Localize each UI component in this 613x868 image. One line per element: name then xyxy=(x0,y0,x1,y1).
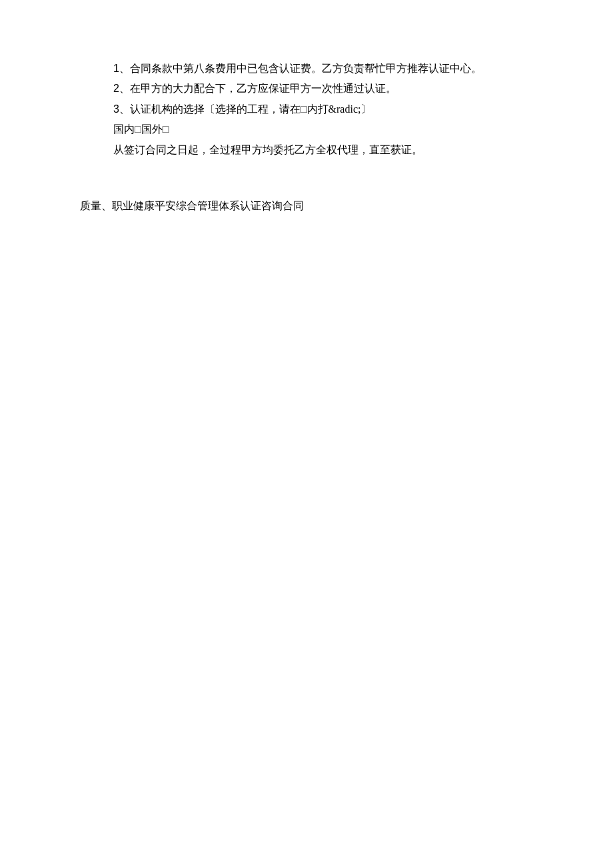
paragraph-1-text: 、合同条款中第八条费用中已包含认证费。乙方负责帮忙甲方推荐认证中心。 xyxy=(119,63,482,74)
paragraph-3-number: 3 xyxy=(113,103,119,115)
paragraph-4-text: 国内□国外□ xyxy=(113,123,169,135)
paragraph-2-text: 、在甲方的大力配合下，乙方应保证甲方一次性通过认证。 xyxy=(119,83,396,94)
footer-title: 质量、职业健康平安综合管理体系认证咨询合同 xyxy=(80,196,560,216)
paragraph-3: 3、认证机构的选择〔选择的工程，请在□内打&radic;〕 xyxy=(80,99,560,119)
paragraph-4: 国内□国外□ xyxy=(80,119,560,139)
paragraph-2-number: 2 xyxy=(113,83,119,94)
paragraph-3-text: 、认证机构的选择〔选择的工程，请在□内打&radic;〕 xyxy=(119,103,372,115)
paragraph-1-number: 1 xyxy=(113,63,119,74)
paragraph-5-text: 从签订合同之日起，全过程甲方均委托乙方全权代理，直至获证。 xyxy=(113,144,422,155)
paragraph-2: 2、在甲方的大力配合下，乙方应保证甲方一次性通过认证。 xyxy=(80,79,560,99)
footer-title-text: 质量、职业健康平安综合管理体系认证咨询合同 xyxy=(80,200,304,211)
paragraph-1: 1、合同条款中第八条费用中已包含认证费。乙方负责帮忙甲方推荐认证中心。 xyxy=(80,59,560,79)
paragraph-5: 从签订合同之日起，全过程甲方均委托乙方全权代理，直至获证。 xyxy=(80,140,560,160)
